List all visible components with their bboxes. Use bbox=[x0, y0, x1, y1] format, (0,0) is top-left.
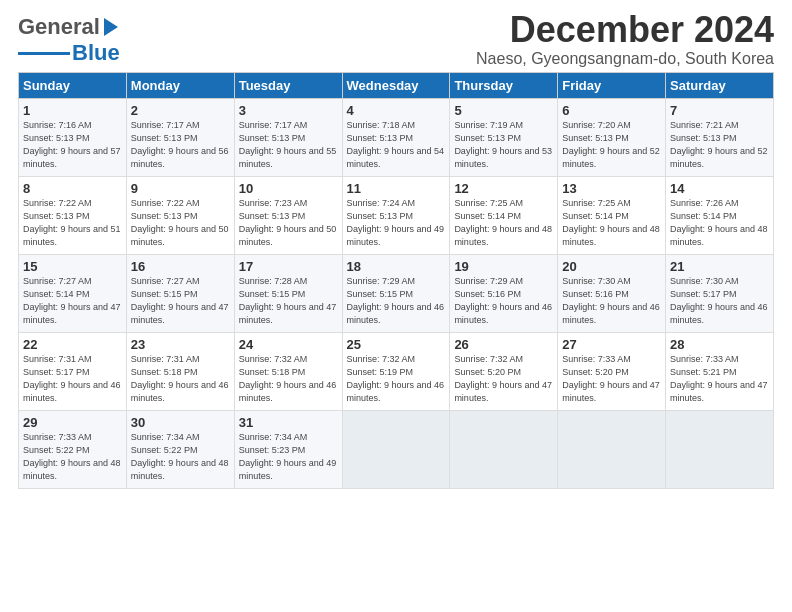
day-details: Sunrise: 7:23 AMSunset: 5:13 PMDaylight:… bbox=[239, 197, 338, 249]
calendar-table: Sunday Monday Tuesday Wednesday Thursday… bbox=[18, 72, 774, 489]
day-number: 30 bbox=[131, 415, 230, 430]
day-details: Sunrise: 7:20 AMSunset: 5:13 PMDaylight:… bbox=[562, 119, 661, 171]
day-number: 19 bbox=[454, 259, 553, 274]
page: General Blue December 2024 Naeso, Gyeong… bbox=[0, 0, 792, 499]
day-number: 4 bbox=[347, 103, 446, 118]
day-number: 31 bbox=[239, 415, 338, 430]
day-details: Sunrise: 7:19 AMSunset: 5:13 PMDaylight:… bbox=[454, 119, 553, 171]
day-details: Sunrise: 7:25 AMSunset: 5:14 PMDaylight:… bbox=[454, 197, 553, 249]
day-number: 1 bbox=[23, 103, 122, 118]
svg-marker-0 bbox=[104, 18, 118, 36]
table-row bbox=[342, 410, 450, 488]
logo-arrow-icon bbox=[100, 18, 122, 36]
day-details: Sunrise: 7:27 AMSunset: 5:14 PMDaylight:… bbox=[23, 275, 122, 327]
table-row: 26 Sunrise: 7:32 AMSunset: 5:20 PMDaylig… bbox=[450, 332, 558, 410]
logo-text-general: General bbox=[18, 14, 100, 40]
day-number: 5 bbox=[454, 103, 553, 118]
day-details: Sunrise: 7:32 AMSunset: 5:18 PMDaylight:… bbox=[239, 353, 338, 405]
day-details: Sunrise: 7:28 AMSunset: 5:15 PMDaylight:… bbox=[239, 275, 338, 327]
logo: General Blue bbox=[18, 14, 122, 66]
table-row: 31 Sunrise: 7:34 AMSunset: 5:23 PMDaylig… bbox=[234, 410, 342, 488]
calendar-week-3: 15 Sunrise: 7:27 AMSunset: 5:14 PMDaylig… bbox=[19, 254, 774, 332]
day-details: Sunrise: 7:31 AMSunset: 5:18 PMDaylight:… bbox=[131, 353, 230, 405]
table-row: 20 Sunrise: 7:30 AMSunset: 5:16 PMDaylig… bbox=[558, 254, 666, 332]
table-row bbox=[558, 410, 666, 488]
table-row: 27 Sunrise: 7:33 AMSunset: 5:20 PMDaylig… bbox=[558, 332, 666, 410]
day-details: Sunrise: 7:29 AMSunset: 5:16 PMDaylight:… bbox=[454, 275, 553, 327]
table-row: 7 Sunrise: 7:21 AMSunset: 5:13 PMDayligh… bbox=[666, 98, 774, 176]
table-row: 24 Sunrise: 7:32 AMSunset: 5:18 PMDaylig… bbox=[234, 332, 342, 410]
header-tuesday: Tuesday bbox=[234, 72, 342, 98]
day-details: Sunrise: 7:30 AMSunset: 5:16 PMDaylight:… bbox=[562, 275, 661, 327]
header-thursday: Thursday bbox=[450, 72, 558, 98]
day-number: 20 bbox=[562, 259, 661, 274]
title-area: December 2024 Naeso, Gyeongsangnam-do, S… bbox=[476, 10, 774, 68]
day-details: Sunrise: 7:27 AMSunset: 5:15 PMDaylight:… bbox=[131, 275, 230, 327]
day-number: 11 bbox=[347, 181, 446, 196]
header-row: Sunday Monday Tuesday Wednesday Thursday… bbox=[19, 72, 774, 98]
day-number: 21 bbox=[670, 259, 769, 274]
logo-text-blue: Blue bbox=[72, 40, 120, 66]
table-row: 5 Sunrise: 7:19 AMSunset: 5:13 PMDayligh… bbox=[450, 98, 558, 176]
table-row bbox=[666, 410, 774, 488]
day-details: Sunrise: 7:30 AMSunset: 5:17 PMDaylight:… bbox=[670, 275, 769, 327]
table-row: 16 Sunrise: 7:27 AMSunset: 5:15 PMDaylig… bbox=[126, 254, 234, 332]
day-number: 10 bbox=[239, 181, 338, 196]
calendar-week-1: 1 Sunrise: 7:16 AMSunset: 5:13 PMDayligh… bbox=[19, 98, 774, 176]
day-details: Sunrise: 7:17 AMSunset: 5:13 PMDaylight:… bbox=[131, 119, 230, 171]
day-number: 28 bbox=[670, 337, 769, 352]
day-number: 12 bbox=[454, 181, 553, 196]
day-number: 17 bbox=[239, 259, 338, 274]
header-sunday: Sunday bbox=[19, 72, 127, 98]
day-number: 14 bbox=[670, 181, 769, 196]
day-number: 25 bbox=[347, 337, 446, 352]
day-details: Sunrise: 7:33 AMSunset: 5:22 PMDaylight:… bbox=[23, 431, 122, 483]
table-row: 22 Sunrise: 7:31 AMSunset: 5:17 PMDaylig… bbox=[19, 332, 127, 410]
table-row: 21 Sunrise: 7:30 AMSunset: 5:17 PMDaylig… bbox=[666, 254, 774, 332]
table-row: 3 Sunrise: 7:17 AMSunset: 5:13 PMDayligh… bbox=[234, 98, 342, 176]
table-row: 15 Sunrise: 7:27 AMSunset: 5:14 PMDaylig… bbox=[19, 254, 127, 332]
day-details: Sunrise: 7:33 AMSunset: 5:20 PMDaylight:… bbox=[562, 353, 661, 405]
header-wednesday: Wednesday bbox=[342, 72, 450, 98]
day-number: 6 bbox=[562, 103, 661, 118]
table-row: 8 Sunrise: 7:22 AMSunset: 5:13 PMDayligh… bbox=[19, 176, 127, 254]
day-details: Sunrise: 7:18 AMSunset: 5:13 PMDaylight:… bbox=[347, 119, 446, 171]
day-number: 22 bbox=[23, 337, 122, 352]
day-details: Sunrise: 7:33 AMSunset: 5:21 PMDaylight:… bbox=[670, 353, 769, 405]
calendar-week-4: 22 Sunrise: 7:31 AMSunset: 5:17 PMDaylig… bbox=[19, 332, 774, 410]
table-row: 9 Sunrise: 7:22 AMSunset: 5:13 PMDayligh… bbox=[126, 176, 234, 254]
table-row bbox=[450, 410, 558, 488]
day-details: Sunrise: 7:17 AMSunset: 5:13 PMDaylight:… bbox=[239, 119, 338, 171]
day-details: Sunrise: 7:32 AMSunset: 5:19 PMDaylight:… bbox=[347, 353, 446, 405]
table-row: 28 Sunrise: 7:33 AMSunset: 5:21 PMDaylig… bbox=[666, 332, 774, 410]
day-number: 9 bbox=[131, 181, 230, 196]
table-row: 17 Sunrise: 7:28 AMSunset: 5:15 PMDaylig… bbox=[234, 254, 342, 332]
logo-underline bbox=[18, 52, 70, 55]
day-details: Sunrise: 7:25 AMSunset: 5:14 PMDaylight:… bbox=[562, 197, 661, 249]
month-title: December 2024 bbox=[476, 10, 774, 50]
day-number: 23 bbox=[131, 337, 230, 352]
header-saturday: Saturday bbox=[666, 72, 774, 98]
day-details: Sunrise: 7:22 AMSunset: 5:13 PMDaylight:… bbox=[23, 197, 122, 249]
header: General Blue December 2024 Naeso, Gyeong… bbox=[18, 10, 774, 68]
day-details: Sunrise: 7:34 AMSunset: 5:23 PMDaylight:… bbox=[239, 431, 338, 483]
day-details: Sunrise: 7:26 AMSunset: 5:14 PMDaylight:… bbox=[670, 197, 769, 249]
day-details: Sunrise: 7:32 AMSunset: 5:20 PMDaylight:… bbox=[454, 353, 553, 405]
day-details: Sunrise: 7:21 AMSunset: 5:13 PMDaylight:… bbox=[670, 119, 769, 171]
day-details: Sunrise: 7:29 AMSunset: 5:15 PMDaylight:… bbox=[347, 275, 446, 327]
header-friday: Friday bbox=[558, 72, 666, 98]
day-number: 15 bbox=[23, 259, 122, 274]
table-row: 30 Sunrise: 7:34 AMSunset: 5:22 PMDaylig… bbox=[126, 410, 234, 488]
day-number: 16 bbox=[131, 259, 230, 274]
day-number: 18 bbox=[347, 259, 446, 274]
table-row: 13 Sunrise: 7:25 AMSunset: 5:14 PMDaylig… bbox=[558, 176, 666, 254]
day-number: 29 bbox=[23, 415, 122, 430]
table-row: 4 Sunrise: 7:18 AMSunset: 5:13 PMDayligh… bbox=[342, 98, 450, 176]
table-row: 1 Sunrise: 7:16 AMSunset: 5:13 PMDayligh… bbox=[19, 98, 127, 176]
calendar-week-5: 29 Sunrise: 7:33 AMSunset: 5:22 PMDaylig… bbox=[19, 410, 774, 488]
day-number: 2 bbox=[131, 103, 230, 118]
table-row: 23 Sunrise: 7:31 AMSunset: 5:18 PMDaylig… bbox=[126, 332, 234, 410]
table-row: 10 Sunrise: 7:23 AMSunset: 5:13 PMDaylig… bbox=[234, 176, 342, 254]
day-details: Sunrise: 7:34 AMSunset: 5:22 PMDaylight:… bbox=[131, 431, 230, 483]
table-row: 14 Sunrise: 7:26 AMSunset: 5:14 PMDaylig… bbox=[666, 176, 774, 254]
